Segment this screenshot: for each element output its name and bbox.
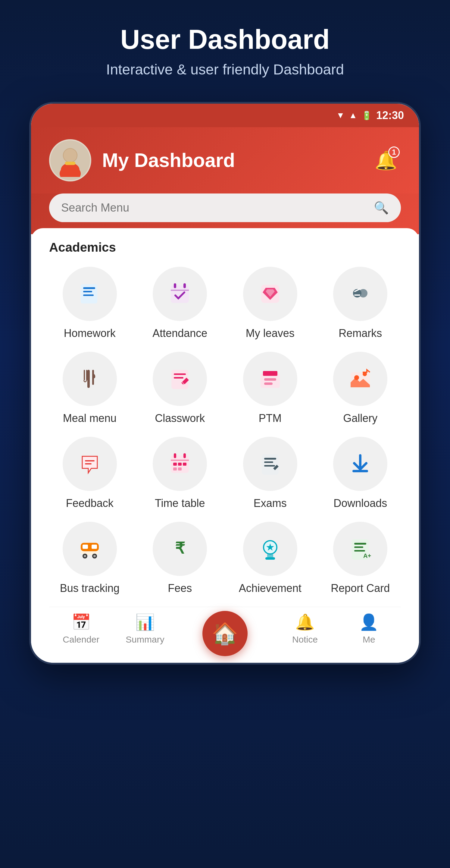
battery-icon: 🔋 <box>361 111 372 121</box>
calender-label: Calender <box>63 634 99 645</box>
me-label: Me <box>363 634 375 645</box>
svg-rect-39 <box>183 463 187 466</box>
svg-rect-40 <box>173 467 177 470</box>
svg-rect-25 <box>263 371 278 376</box>
notification-bell[interactable]: 🔔 1 <box>371 145 401 176</box>
svg-rect-9 <box>171 285 189 303</box>
menu-item-attendance[interactable]: Attendance <box>139 267 221 340</box>
ptm-label: PTM <box>259 412 282 425</box>
svg-rect-63 <box>354 547 363 548</box>
svg-rect-62 <box>354 543 366 545</box>
menu-item-feedback[interactable]: Feedback <box>49 437 130 510</box>
app-header: My Dashboard 🔔 1 <box>31 127 419 193</box>
svg-point-15 <box>359 289 367 298</box>
svg-rect-37 <box>173 463 177 466</box>
report-card-label: Report Card <box>331 582 390 595</box>
search-icon: 🔍 <box>374 201 389 215</box>
menu-item-gallery[interactable]: Gallery <box>320 352 401 425</box>
classwork-icon-circle <box>153 352 207 406</box>
svg-rect-42 <box>262 454 279 475</box>
downloads-icon-circle <box>333 437 387 491</box>
svg-rect-26 <box>264 378 276 381</box>
svg-text:₹: ₹ <box>175 539 185 557</box>
svg-rect-41 <box>178 467 182 470</box>
search-bar[interactable]: 🔍 <box>49 193 401 222</box>
svg-rect-43 <box>264 458 276 460</box>
menu-item-bus-tracking[interactable]: Bus tracking <box>49 522 130 595</box>
signal-icon: ▲ <box>349 111 357 120</box>
svg-rect-16 <box>87 370 90 388</box>
achievement-label: Achievement <box>239 582 301 595</box>
menu-item-remarks[interactable]: Remarks <box>320 267 401 340</box>
status-time: 12:30 <box>376 109 404 122</box>
exams-label: Exams <box>254 497 287 510</box>
achievement-icon-circle <box>243 522 297 576</box>
bottom-nav: 📅 Calender 📊 Summary 🏠 🔔 Notice 👤 Me <box>49 607 401 657</box>
avatar <box>49 139 91 181</box>
search-input[interactable] <box>61 201 368 214</box>
summary-icon: 📊 <box>135 613 155 631</box>
nav-notice[interactable]: 🔔 Notice <box>273 613 337 645</box>
remarks-label: Remarks <box>339 327 382 340</box>
menu-item-my-leaves[interactable]: My leaves <box>229 267 311 340</box>
svg-rect-5 <box>81 284 97 304</box>
nav-me[interactable]: 👤 Me <box>337 613 401 645</box>
menu-item-homework[interactable]: Homework <box>49 267 130 340</box>
bus-tracking-label: Bus tracking <box>60 582 120 595</box>
gallery-icon-circle <box>333 352 387 406</box>
fees-icon-circle: ₹ <box>153 522 207 576</box>
svg-rect-34 <box>174 453 176 458</box>
svg-rect-38 <box>178 463 182 466</box>
svg-rect-64 <box>354 550 365 552</box>
header-left: My Dashboard <box>49 139 235 181</box>
menu-item-achievement[interactable]: Achievement <box>229 522 311 595</box>
svg-rect-4 <box>65 161 75 165</box>
menu-item-report-card[interactable]: A+ Report Card <box>320 522 401 595</box>
svg-rect-44 <box>264 461 273 463</box>
svg-rect-45 <box>264 465 275 467</box>
my-leaves-label: My leaves <box>246 327 295 340</box>
nav-summary[interactable]: 📊 Summary <box>113 613 177 645</box>
menu-item-ptm[interactable]: PTM <box>229 352 311 425</box>
home-fab-button[interactable]: 🏠 <box>202 611 248 656</box>
attendance-label: Attendance <box>152 327 207 340</box>
bus-tracking-icon-circle <box>63 522 117 576</box>
svg-rect-35 <box>184 453 186 458</box>
meal-menu-label: Meal menu <box>63 412 117 425</box>
svg-rect-7 <box>83 291 92 292</box>
svg-rect-22 <box>174 377 184 378</box>
feedback-label: Feedback <box>66 497 114 510</box>
menu-item-time-table[interactable]: Time table <box>139 437 221 510</box>
downloads-label: Downloads <box>333 497 387 510</box>
svg-rect-27 <box>264 382 272 385</box>
svg-rect-50 <box>83 545 88 549</box>
notification-badge: 1 <box>388 147 400 158</box>
meal-menu-icon-circle <box>63 352 117 406</box>
classwork-label: Classwork <box>155 412 205 425</box>
menu-item-fees[interactable]: ₹ Fees <box>139 522 221 595</box>
me-icon: 👤 <box>359 613 379 631</box>
menu-item-exams[interactable]: Exams <box>229 437 311 510</box>
svg-rect-12 <box>171 290 189 291</box>
svg-point-53 <box>84 555 86 557</box>
wifi-icon: ▼ <box>336 111 345 120</box>
menu-item-downloads[interactable]: Downloads <box>320 437 401 510</box>
svg-rect-6 <box>83 287 95 289</box>
nav-calender[interactable]: 📅 Calender <box>49 613 113 645</box>
academics-label: Academics <box>49 240 401 255</box>
menu-area: Academics Homework Attendance My leaves <box>31 228 419 663</box>
menu-row-3: Feedback Time table Exams Downloads <box>49 437 401 510</box>
notice-label: Notice <box>292 634 318 645</box>
menu-item-classwork[interactable]: Classwork <box>139 352 221 425</box>
time-table-label: Time table <box>155 497 205 510</box>
svg-rect-36 <box>171 460 189 461</box>
svg-rect-10 <box>174 283 176 288</box>
summary-label: Summary <box>126 634 164 645</box>
page-title: User Dashboard <box>120 24 329 55</box>
svg-point-3 <box>64 149 77 162</box>
exams-icon-circle <box>243 437 297 491</box>
menu-row-4: Bus tracking ₹ Fees Achievement A+ Repor… <box>49 522 401 595</box>
time-table-icon-circle <box>153 437 207 491</box>
homework-label: Homework <box>64 327 116 340</box>
menu-item-meal-menu[interactable]: Meal menu <box>49 352 130 425</box>
